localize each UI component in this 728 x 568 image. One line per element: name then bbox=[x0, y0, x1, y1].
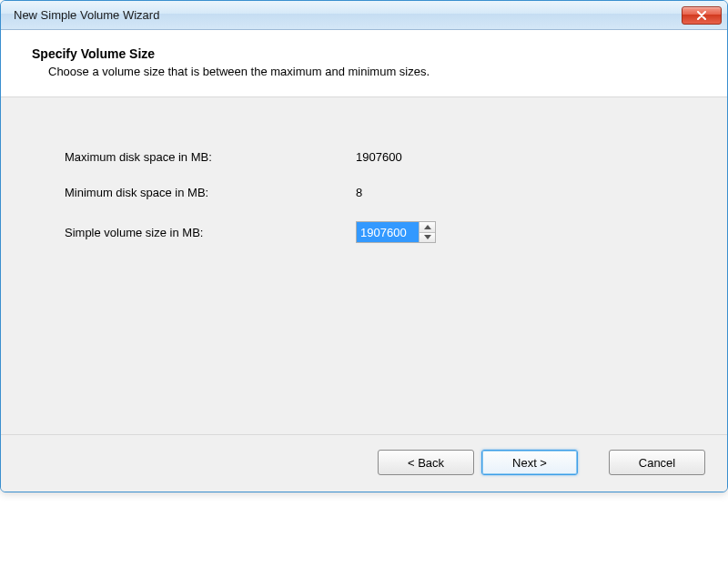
chevron-up-icon bbox=[424, 225, 431, 229]
button-gap bbox=[585, 450, 602, 475]
cancel-button[interactable]: Cancel bbox=[609, 450, 705, 475]
max-space-value: 1907600 bbox=[356, 150, 705, 164]
back-button[interactable]: < Back bbox=[378, 450, 474, 475]
max-space-row: Maximum disk space in MB: 1907600 bbox=[65, 150, 705, 164]
wizard-header: Specify Volume Size Choose a volume size… bbox=[1, 30, 727, 97]
wizard-content: Maximum disk space in MB: 1907600 Minimu… bbox=[1, 97, 727, 434]
close-icon bbox=[696, 11, 707, 20]
page-title: Specify Volume Size bbox=[32, 46, 705, 61]
size-label: Simple volume size in MB: bbox=[65, 226, 356, 239]
spinner-up-button[interactable] bbox=[420, 222, 435, 232]
volume-size-input[interactable] bbox=[357, 222, 419, 242]
max-space-label: Maximum disk space in MB: bbox=[65, 150, 356, 164]
page-subtitle: Choose a volume size that is between the… bbox=[48, 65, 705, 78]
chevron-down-icon bbox=[424, 235, 431, 239]
min-space-row: Minimum disk space in MB: 8 bbox=[65, 186, 705, 199]
size-row: Simple volume size in MB: bbox=[65, 221, 705, 243]
volume-size-spinner bbox=[356, 221, 436, 243]
close-button[interactable] bbox=[682, 6, 722, 25]
min-space-label: Minimum disk space in MB: bbox=[65, 186, 356, 199]
wizard-footer: < Back Next > Cancel bbox=[1, 434, 727, 492]
size-value-cell bbox=[356, 221, 705, 243]
title-bar: New Simple Volume Wizard bbox=[1, 1, 727, 30]
spinner-buttons bbox=[419, 222, 435, 242]
window-title: New Simple Volume Wizard bbox=[14, 8, 159, 22]
wizard-dialog: New Simple Volume Wizard Specify Volume … bbox=[0, 0, 728, 492]
spinner-down-button[interactable] bbox=[420, 232, 435, 243]
next-button[interactable]: Next > bbox=[481, 450, 578, 475]
min-space-value: 8 bbox=[356, 186, 705, 199]
